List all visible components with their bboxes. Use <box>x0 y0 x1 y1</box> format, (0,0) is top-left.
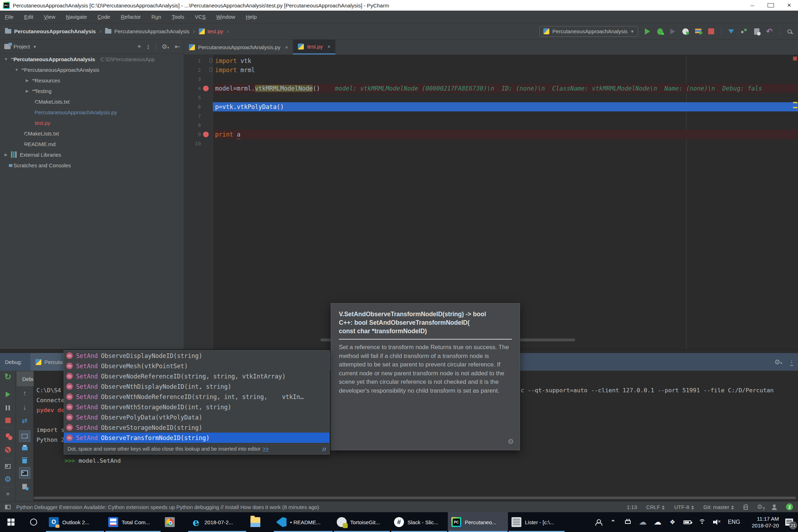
debug-session-tab[interactable]: Percuta <box>30 353 68 371</box>
completion-item[interactable]: mSetAndObserveTransformNodeID(string) <box>64 433 329 443</box>
profiler-icon[interactable] <box>681 27 690 36</box>
rerun-icon[interactable]: ↻ <box>2 371 13 382</box>
up-icon[interactable]: ↑ <box>19 388 30 398</box>
menu-item-code[interactable]: Code <box>98 14 110 20</box>
force-step-icon[interactable] <box>19 431 30 441</box>
fold-marker-icon[interactable] <box>209 58 212 63</box>
pause-icon[interactable] <box>2 403 13 413</box>
tree-collapsed-arrow-icon[interactable]: ▶ <box>4 152 8 157</box>
tree-item-percutaneousapproachanalysis[interactable]: ▼PercutaneousApproachAnalysis <box>0 64 184 75</box>
restore-layout-icon[interactable] <box>2 461 13 472</box>
tree-item-cmakelists-txt[interactable]: CMakeLists.txt <box>0 96 184 107</box>
tree-item-scratches-and-consoles[interactable]: Scratches and Consoles <box>0 160 184 170</box>
action-center-button[interactable]: 21 <box>780 512 798 532</box>
completion-hint-link[interactable]: >> <box>263 446 269 452</box>
tree-expanded-arrow-icon[interactable]: ▼ <box>4 57 8 61</box>
menu-item-view[interactable]: View <box>44 14 55 20</box>
taskbar-app-vscode[interactable]: • README... <box>273 512 333 532</box>
fold-marker-icon[interactable] <box>209 68 212 72</box>
code-line[interactable]: 3 <box>184 75 798 84</box>
completion-item[interactable]: mSetAndObserveStorageNodeID(string) <box>64 422 329 433</box>
editor-tab-test.py[interactable]: test.py× <box>293 40 335 54</box>
code-line[interactable]: 10 <box>184 139 798 148</box>
taskbar-app-pycharm[interactable]: Percutaneo... <box>448 512 508 532</box>
search-everywhere-icon[interactable] <box>785 27 794 36</box>
maximize-button[interactable] <box>768 2 774 8</box>
battery-icon[interactable] <box>680 512 695 532</box>
coverage-icon[interactable] <box>669 27 677 36</box>
encoding-indicator[interactable]: UTF-8 <box>674 504 694 510</box>
share-icon[interactable] <box>740 27 748 36</box>
locate-icon[interactable]: ⌖ <box>138 43 141 50</box>
warning-stripe-mark[interactable] <box>793 102 797 103</box>
code-line[interactable]: 7 <box>184 111 798 121</box>
run-icon[interactable] <box>643 27 652 36</box>
breakpoint-icon[interactable] <box>203 86 209 91</box>
line-separator-indicator[interactable]: CRLF <box>646 504 665 510</box>
gear-question-icon[interactable]: ⚙ <box>757 503 763 511</box>
minimize-button[interactable]: ─ <box>749 2 756 8</box>
completion-item[interactable]: mSetAndObserveNodeReferenceID(string, st… <box>64 371 329 381</box>
more-icon[interactable]: » <box>2 488 13 499</box>
commit-history-icon[interactable] <box>752 27 761 36</box>
cortana-button[interactable] <box>22 512 45 532</box>
breadcrumb-item[interactable]: PercutaneousApproachAnalysis <box>105 28 190 34</box>
tree-item-cmakelists-txt[interactable]: CMakeLists.txt <box>0 128 184 139</box>
wifi-icon[interactable] <box>695 512 710 532</box>
timeline-icon[interactable] <box>19 481 30 492</box>
breadcrumb-item[interactable]: PercutaneousApproachAnalysis <box>5 28 96 34</box>
menu-item-tools[interactable]: Tools <box>172 14 184 20</box>
view-breakpoints-icon[interactable] <box>2 430 13 441</box>
code-line[interactable]: 1import vtk <box>184 56 798 65</box>
start-button[interactable] <box>0 512 22 532</box>
code-line[interactable]: 8 <box>184 121 798 130</box>
highlighting-level-icon[interactable] <box>772 504 777 509</box>
parameter-info-icon[interactable]: π <box>322 445 326 452</box>
code-line[interactable]: 4model=mrml.vtkMRMLModelNode()model: vtk… <box>184 84 798 93</box>
language-indicator[interactable]: ENG <box>724 512 744 532</box>
collapse-all-icon[interactable]: ↨ <box>147 43 150 50</box>
completion-item[interactable]: mSetAndObserveNthStorageNodeID(int, stri… <box>64 402 329 412</box>
breadcrumb-item[interactable]: test.py <box>199 28 223 34</box>
cloud-white-icon[interactable]: ☁ <box>650 512 665 532</box>
menu-item-help[interactable]: Help <box>246 14 257 20</box>
taskbar-app-totalcmd[interactable]: Total Com... <box>105 512 161 532</box>
volume-muted-icon[interactable] <box>710 512 724 532</box>
readonly-lock-icon[interactable] <box>744 507 748 510</box>
code-line[interactable]: 6p=vtk.vtkPolyData() <box>184 102 798 111</box>
caret-position[interactable]: 1:13 <box>627 504 637 510</box>
gear-icon[interactable]: ⚙ <box>508 437 514 446</box>
taskbar-app-slack[interactable]: #Slack - Slic... <box>391 512 448 532</box>
completion-item[interactable]: mSetAndObserveNthNodeReferenceID(string,… <box>64 392 329 402</box>
editor-tab-PercutaneousApproachAnalysis.py[interactable]: PercutaneousApproachAnalysis.py× <box>184 40 293 54</box>
stop-icon[interactable] <box>2 415 13 426</box>
toolwindow-toggle-icon[interactable] <box>5 505 11 509</box>
breakpoint-icon[interactable] <box>203 132 209 137</box>
debug-icon[interactable] <box>656 27 664 36</box>
dropbox-icon[interactable]: ❖ <box>665 512 680 532</box>
menu-item-refactor[interactable]: Refactor <box>121 14 141 20</box>
warning-stripe-mark[interactable] <box>793 107 797 108</box>
stop-icon[interactable] <box>707 27 715 36</box>
settings-icon[interactable]: ⚙ <box>2 474 13 485</box>
menu-item-navigate[interactable]: Navigate <box>66 14 87 20</box>
close-tab-icon[interactable]: × <box>328 44 331 50</box>
taskbar-app-explorer[interactable] <box>247 512 273 532</box>
taskbar-app-lister[interactable]: Lister - [c:\... <box>508 512 565 532</box>
rollback-icon[interactable]: ↶ <box>765 27 774 36</box>
down-icon[interactable]: ↓ <box>19 402 30 412</box>
tree-item-resources[interactable]: ▶Resources <box>0 75 184 86</box>
close-tab-icon[interactable]: × <box>285 44 288 50</box>
code-line[interactable]: 2import mrml <box>184 65 798 75</box>
taskbar-clock[interactable]: 11:17 AM 2018-07-20 <box>744 515 780 529</box>
tree-item-readme-md[interactable]: README.md <box>0 139 184 149</box>
tree-collapsed-arrow-icon[interactable]: ▶ <box>25 78 30 83</box>
tree-item-percutaneousapproachanalysis-py[interactable]: PercutaneousApproachAnalysis.py <box>0 107 184 117</box>
tree-item-percutaneousapproachanalysis[interactable]: ▼PercutaneousApproachAnalysisC:\D\Percut… <box>0 54 184 64</box>
code-line[interactable]: 9print a <box>184 130 798 139</box>
taskbar-app-tortoisegit[interactable]: TortoiseGit... <box>333 512 391 532</box>
status-message[interactable]: Python Debugger Extension Available: Cyt… <box>16 504 319 510</box>
clear-icon[interactable] <box>19 455 30 466</box>
notifications-badge[interactable]: 2 <box>786 503 793 510</box>
tree-collapsed-arrow-icon[interactable]: ▶ <box>25 89 30 93</box>
